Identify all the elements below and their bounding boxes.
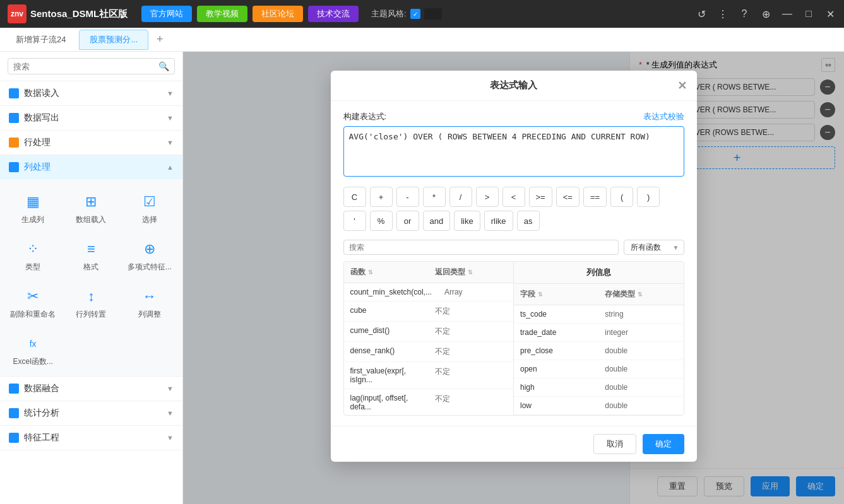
func-row-2[interactable]: cume_dist() 不定 — [344, 322, 514, 342]
minimize-icon[interactable]: — — [781, 8, 793, 20]
sidebar-group-stat-header[interactable]: 统计分析 ▼ — [0, 401, 182, 425]
col-row-2[interactable]: pre_close double — [514, 342, 684, 360]
sidebar-group-data-read: 数据读入 ▼ — [0, 81, 182, 106]
col-type-5: double — [598, 397, 683, 414]
sidebar-group-row-header[interactable]: 行处理 ▼ — [0, 131, 182, 155]
op-btn-gte[interactable]: >= — [529, 187, 552, 207]
op-btn-quote[interactable]: ' — [343, 211, 366, 231]
sidebar-group-feature-header[interactable]: 特征工程 ▼ — [0, 426, 182, 450]
sidebar-item-excel[interactable]: fx Excel函数... — [5, 326, 61, 371]
op-btn-as[interactable]: as — [517, 211, 540, 231]
sidebar-group-col-header[interactable]: 列处理 ▲ — [0, 155, 182, 179]
op-btn-plus[interactable]: + — [370, 187, 393, 207]
close-icon[interactable]: ✕ — [824, 8, 836, 20]
sidebar-item-col-adjust[interactable]: ↔ 列调整 — [122, 279, 177, 324]
branch-icon[interactable]: ⋮ — [716, 8, 729, 20]
theme-checkbox[interactable]: ✓ — [410, 9, 420, 19]
op-btn-minus[interactable]: - — [396, 187, 419, 207]
type-sort-icon[interactable]: ⇅ — [468, 269, 473, 276]
func-row-4[interactable]: first_value(expr[, isIgn... 不定 — [344, 362, 514, 389]
col-field-sort-icon[interactable]: ⇅ — [538, 291, 543, 298]
modal-cancel-btn[interactable]: 取消 — [593, 434, 636, 454]
col-field-2: pre_close — [514, 342, 598, 360]
sidebar-item-format[interactable]: ≡ 格式 — [63, 231, 119, 276]
op-btn-mul[interactable]: * — [423, 187, 446, 207]
op-btn-gt[interactable]: > — [476, 187, 499, 207]
row-icon — [9, 138, 19, 148]
func-list: count_min_sketch(col,... Array cube 不定 c… — [344, 283, 514, 409]
col-row-5[interactable]: low double — [514, 397, 684, 415]
tabs-bar: 新增算子流24 股票预测分... + — [0, 28, 844, 52]
op-btn-div[interactable]: / — [449, 187, 472, 207]
op-btn-lt[interactable]: < — [502, 187, 525, 207]
op-btn-pct[interactable]: % — [370, 211, 393, 231]
func-row-0[interactable]: count_min_sketch(col,... Array — [344, 283, 514, 302]
col-type-1: integer — [598, 324, 683, 341]
op-btn-or[interactable]: or — [396, 211, 419, 231]
feature-arrow: ▼ — [167, 434, 174, 442]
sidebar-item-type[interactable]: ⁘ 类型 — [5, 231, 61, 276]
maximize-icon[interactable]: □ — [802, 8, 815, 20]
sidebar: 🔍 数据读入 ▼ 数据写出 ▼ 行处理 ▼ — [0, 52, 183, 504]
col-type-0: string — [598, 305, 683, 323]
col-row-0[interactable]: ts_code string — [514, 305, 684, 324]
func-row-3[interactable]: dense_rank() 不定 — [344, 342, 514, 362]
op-btn-lparen[interactable]: ( — [610, 187, 633, 207]
sidebar-group-data-read-header[interactable]: 数据读入 ▼ — [0, 81, 182, 105]
op-btn-like[interactable]: like — [454, 211, 480, 231]
op-btn-and[interactable]: and — [423, 211, 451, 231]
globe-icon[interactable]: ⊕ — [759, 8, 772, 20]
modal-close-btn[interactable]: ✕ — [677, 79, 687, 93]
nav-btn-shequ[interactable]: 社区论坛 — [253, 6, 303, 22]
sidebar-search-input[interactable] — [13, 62, 155, 71]
op-btn-rparen[interactable]: ) — [637, 187, 660, 207]
col-row-4[interactable]: high double — [514, 378, 684, 397]
filter-select[interactable]: 所有函数 聚合函数 字符串函数 日期函数 数学函数 — [624, 240, 684, 255]
tab-0[interactable]: 新增算子流24 — [5, 30, 76, 50]
sidebar-group-stat: 统计分析 ▼ — [0, 401, 182, 426]
func-name-4: first_value(expr[, isIgn... — [344, 362, 429, 389]
op-btn-eq[interactable]: == — [583, 187, 607, 207]
func-row-1[interactable]: cube 不定 — [344, 302, 514, 322]
func-row-5[interactable]: lag(input[, offset[, defa... 不定 — [344, 389, 514, 409]
refresh-icon[interactable]: ↺ — [695, 8, 708, 20]
sidebar-item-transpose[interactable]: ↕ 行列转置 — [63, 279, 119, 324]
col-th-field: 字段 ⇅ — [514, 284, 598, 305]
col-row-3[interactable]: open double — [514, 360, 684, 378]
sidebar-item-select[interactable]: ☑ 选择 — [122, 184, 177, 229]
col-field-0: ts_code — [514, 305, 598, 323]
sidebar-group-data-write-header[interactable]: 数据写出 ▼ — [0, 106, 182, 130]
tab-0-label: 新增算子流24 — [16, 35, 66, 44]
col-row-1[interactable]: trade_date integer — [514, 324, 684, 342]
nav-btn-guanwang[interactable]: 官方网站 — [141, 6, 192, 22]
nav-btn-jiaoxue[interactable]: 教学视频 — [197, 6, 247, 22]
sidebar-item-gen-col[interactable]: ▦ 生成列 — [5, 184, 61, 229]
op-btn-rlike[interactable]: rlike — [484, 211, 513, 231]
op-btn-lte[interactable]: <= — [556, 187, 580, 207]
sidebar-item-rename[interactable]: ✂ 副除和重命名 — [5, 279, 61, 324]
op-btn-c[interactable]: C — [343, 187, 366, 207]
nav-btn-jishu[interactable]: 技术交流 — [308, 6, 359, 22]
col-type-sort-icon[interactable]: ⇅ — [638, 291, 643, 298]
topbar-right: ↺ ⋮ ? ⊕ — □ ✕ — [695, 8, 836, 20]
func-type-0: Array — [438, 283, 513, 301]
func-type-3: 不定 — [429, 342, 513, 361]
sidebar-item-array-load[interactable]: ⊞ 数组载入 — [63, 184, 119, 229]
col-info-table: 列信息 字段 ⇅ 存储类型 ⇅ — [514, 262, 684, 415]
func-name-5: lag(input[, offset[, defa... — [344, 389, 429, 409]
sidebar-item-poly[interactable]: ⊕ 多项式特征... — [122, 231, 177, 276]
func-search-box — [343, 240, 619, 255]
func-sort-icon[interactable]: ⇅ — [368, 269, 373, 276]
sidebar-group-feature: 特征工程 ▼ — [0, 426, 182, 450]
expr-validate-btn[interactable]: 表达式校验 — [643, 111, 684, 122]
func-search-input[interactable] — [349, 243, 613, 252]
help-icon[interactable]: ? — [738, 8, 751, 20]
col-adjust-icon: ↔ — [138, 285, 161, 308]
tab-1[interactable]: 股票预测分... — [79, 30, 148, 50]
tab-add-btn[interactable]: + — [151, 31, 169, 49]
merge-label: 数据融合 — [24, 383, 59, 394]
modal-confirm-btn[interactable]: 确定 — [643, 434, 684, 454]
theme-dark-box[interactable] — [424, 8, 442, 20]
sidebar-group-merge-header[interactable]: 数据融合 ▼ — [0, 377, 182, 401]
expr-textarea[interactable]: AVG('close') OVER ( ROWS BETWEEN 4 PRECE… — [343, 126, 684, 177]
